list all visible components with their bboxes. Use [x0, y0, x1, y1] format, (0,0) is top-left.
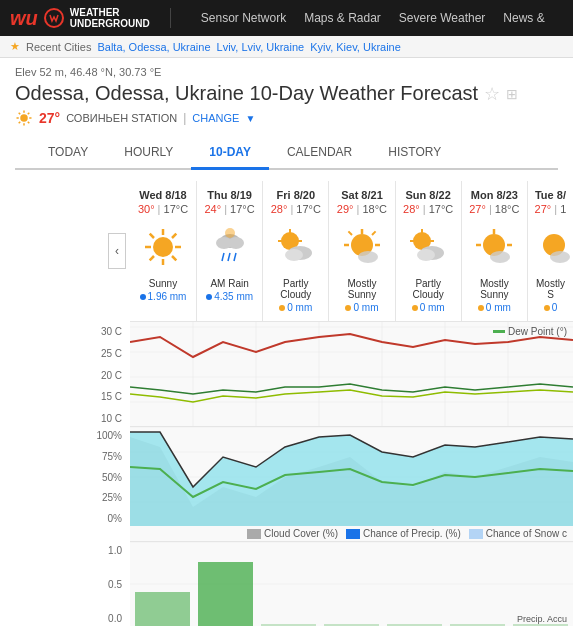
weather-icon-0 [141, 225, 185, 269]
current-temp: 27° [39, 110, 60, 126]
temp-y-30: 30 C [15, 326, 126, 337]
tab-today[interactable]: TODAY [30, 137, 106, 170]
forecast-day-1[interactable]: Thu 8/19 24° | 17°C AM Rain [196, 181, 262, 321]
day-temps-4: 28° | 17°C [400, 203, 457, 215]
logo-wu-icon [44, 8, 64, 28]
day-desc-1: AM Rain [201, 278, 258, 289]
day-temps-1: 24° | 17°C [201, 203, 258, 215]
tab-10day[interactable]: 10-DAY [191, 137, 269, 170]
svg-point-32 [285, 249, 303, 261]
cloud-precip-legend: Cloud Cover (%) Chance of Precip. (%) Ch… [130, 526, 573, 541]
day-precip-2: 0 mm [267, 302, 324, 313]
day-label-3: Sat 8/21 [333, 189, 390, 201]
day-precip-1: 4.35 mm [201, 291, 258, 302]
svg-line-6 [19, 113, 21, 115]
day-label-2: Fri 8/20 [267, 189, 324, 201]
weather-icon-6 [532, 225, 573, 269]
tab-calendar[interactable]: CALENDAR [269, 137, 370, 170]
nav-severe-weather[interactable]: Severe Weather [399, 11, 486, 25]
hum-y-50: 50% [15, 472, 126, 483]
hum-y-25: 25% [15, 492, 126, 503]
svg-point-25 [225, 228, 235, 238]
tab-hourly[interactable]: HOURLY [106, 137, 191, 170]
recent-city-1[interactable]: Lviv, Lviv, Ukraine [217, 41, 305, 53]
weather-icon-5 [472, 225, 516, 269]
nav-maps-radar[interactable]: Maps & Radar [304, 11, 381, 25]
forecast-day-0[interactable]: Wed 8/18 30° | 17°C [130, 181, 196, 321]
prev-day-arrow[interactable]: ‹ [108, 233, 126, 269]
svg-marker-69 [130, 432, 573, 526]
day-precip-0: 1.96 mm [134, 291, 192, 302]
precip-y-axis: 1.0 0.5 0.0 [0, 541, 130, 626]
hum-y-75: 75% [15, 451, 126, 462]
forecast-day-6[interactable]: Tue 8/ 27° | 1 Mostly S 0 [527, 181, 573, 321]
location-section: Elev 52 m, 46.48 °N, 30.73 °E Odessa, Od… [0, 58, 573, 170]
day-temps-2: 28° | 17°C [267, 203, 324, 215]
station-divider: | [183, 111, 186, 125]
svg-line-24 [234, 253, 236, 261]
day-desc-0: Sunny [134, 278, 192, 289]
svg-line-7 [28, 122, 30, 124]
svg-point-39 [358, 251, 378, 263]
temp-y-axis: 30 C 25 C 20 C 15 C 10 C [0, 321, 130, 426]
nav-sensor-network[interactable]: Sensor Network [201, 11, 286, 25]
logo-site-name: WEATHERUNDERGROUND [70, 7, 150, 29]
tab-history[interactable]: HISTORY [370, 137, 459, 170]
svg-line-17 [172, 234, 176, 238]
day-precip-4: 0 mm [400, 302, 457, 313]
svg-line-8 [28, 113, 30, 115]
hum-y-100: 100% [15, 430, 126, 441]
forecast-day-4[interactable]: Sun 8/22 28° | 17°C Partly Cloudy [395, 181, 461, 321]
day-precip-5: 0 mm [466, 302, 523, 313]
hum-y-0: 0% [15, 513, 126, 524]
precip-chart-row: 1.0 0.5 0.0 Precip. Accu [0, 541, 573, 626]
bookmark-icon: ⊞ [506, 86, 518, 102]
day-temps-3: 29° | 18°C [333, 203, 390, 215]
temp-y-20: 20 C [15, 370, 126, 381]
svg-line-16 [172, 256, 176, 260]
svg-point-53 [550, 251, 570, 263]
svg-point-1 [20, 114, 28, 122]
temp-y-25: 25 C [15, 348, 126, 359]
day-label-0: Wed 8/18 [134, 189, 192, 201]
recent-star-icon: ★ [10, 40, 20, 53]
svg-rect-75 [324, 624, 379, 626]
chevron-down-icon: ▼ [245, 113, 255, 124]
forecast-container: ‹ Wed 8/18 30° | 17°C [0, 170, 573, 626]
weather-icon-1 [208, 225, 252, 269]
precip-bottom-label: Precip. Accu [517, 614, 567, 624]
cloud-cover-legend: Cloud Cover (%) [247, 528, 338, 539]
recent-city-0[interactable]: Balta, Odessa, Ukraine [97, 41, 210, 53]
day-label-4: Sun 8/22 [400, 189, 457, 201]
svg-point-51 [490, 251, 510, 263]
header-divider [170, 8, 171, 28]
day-desc-6: Mostly S [532, 278, 569, 300]
precip-chance-legend: Chance of Precip. (%) [346, 528, 461, 539]
dew-point-legend: Dew Point (°) [493, 326, 567, 337]
forecast-day-2[interactable]: Fri 8/20 28° | 17°C Partly Cloudy [262, 181, 328, 321]
station-bar: 27° СОВИНЬЕН STATION | CHANGE ▼ [15, 109, 558, 127]
logo-area[interactable]: wu WEATHERUNDERGROUND [10, 7, 150, 30]
svg-point-10 [153, 237, 173, 257]
humidity-y-axis: 100% 75% 50% 25% 0% [0, 426, 130, 526]
weather-icon-4 [406, 225, 450, 269]
recent-label: Recent Cities [26, 41, 91, 53]
day-label-1: Thu 8/19 [201, 189, 258, 201]
forecast-day-5[interactable]: Mon 8/23 27° | 18°C Mostly Sunny 0 mm [461, 181, 527, 321]
svg-line-9 [19, 122, 21, 124]
nav-news[interactable]: News & [503, 11, 544, 25]
svg-rect-77 [450, 624, 505, 626]
snow-chance-legend: Chance of Snow c [469, 528, 567, 539]
favorite-star-icon[interactable]: ☆ [484, 83, 500, 105]
recent-cities-bar: ★ Recent Cities Balta, Odessa, Ukraine L… [0, 36, 573, 58]
forecast-day-3[interactable]: Sat 8/21 29° | 18°C Mostly Sunny [328, 181, 394, 321]
day-precip-6: 0 [532, 302, 569, 313]
svg-rect-76 [387, 624, 442, 626]
change-station-link[interactable]: CHANGE [192, 112, 239, 124]
current-weather-icon [15, 109, 33, 127]
location-title: Odessa, Odessa, Ukraine 10-Day Weather F… [15, 82, 558, 105]
svg-line-22 [222, 253, 224, 261]
svg-point-21 [228, 237, 244, 249]
recent-city-2[interactable]: Kyiv, Kiev, Ukraine [310, 41, 401, 53]
svg-line-38 [372, 231, 376, 235]
